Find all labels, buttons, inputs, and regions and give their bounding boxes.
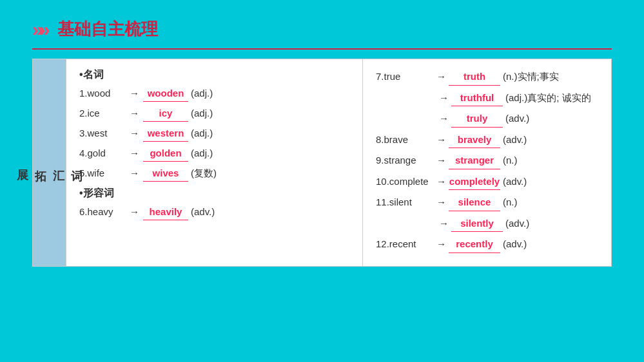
list-item: 3.west → western (adj.) xyxy=(79,126,349,142)
list-item: 1.wood → wooden (adj.) xyxy=(79,86,349,102)
list-item: 2.ice → icy (adj.) xyxy=(79,106,349,122)
list-item: 10.complete → completely (adv.) xyxy=(376,173,598,191)
list-item: 11.silent → silence (n.) xyxy=(376,194,598,211)
content-area: •名词 1.wood → wooden (adj.) 2.ice → icy (… xyxy=(66,59,611,266)
list-item: → truthful (adj.)真实的; 诚实的 xyxy=(376,90,598,107)
list-item: 4.gold → golden (adj.) xyxy=(79,146,349,162)
list-item: 8.brave → bravely (adv.) xyxy=(376,131,598,149)
list-item: → truly (adv.) xyxy=(376,110,598,128)
section1-header: •名词 xyxy=(79,68,349,82)
header: »» 基础自主梳理 xyxy=(0,0,644,48)
left-panel: •名词 1.wood → wooden (adj.) 2.ice → icy (… xyxy=(66,59,363,266)
list-item: 12.recent → recently (adv.) xyxy=(376,236,598,253)
list-item: 6.heavy → heavily (adv.) xyxy=(79,204,349,220)
main-card: 词 汇 拓 展 •名词 1.wood → wooden (adj.) 2.ice xyxy=(32,59,612,267)
page-title: 基础自主梳理 xyxy=(57,18,158,41)
list-item: 7.true → truth (n.)实情;事实 xyxy=(376,68,598,86)
list-item: → silently (adv.) xyxy=(376,215,598,233)
sidebar-label-col: 词 汇 拓 展 xyxy=(33,59,66,266)
header-divider xyxy=(32,48,612,50)
list-item: 5.wife → wives (复数) xyxy=(79,166,349,182)
list-item: 9.strange → stranger (n.) xyxy=(376,152,598,169)
section-icon: »» xyxy=(32,19,46,41)
right-panel: 7.true → truth (n.)实情;事实 → truthful (adj… xyxy=(363,59,611,266)
section2-header: •形容词 xyxy=(79,187,349,200)
page: »» 基础自主梳理 词 汇 拓 展 •名词 1.wood → wooden xyxy=(0,0,644,362)
